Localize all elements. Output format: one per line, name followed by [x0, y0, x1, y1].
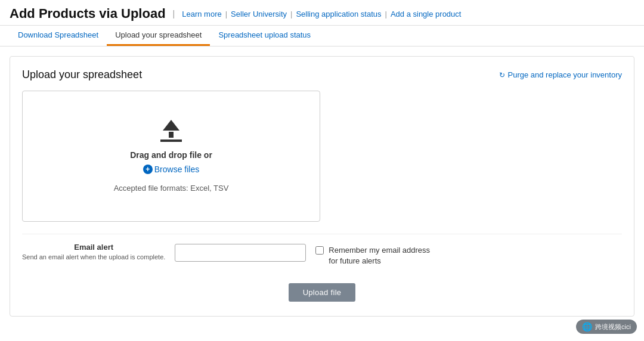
tab-download-spreadsheet[interactable]: Download Spreadsheet [10, 26, 107, 46]
page-title: Add Products via Upload [10, 6, 166, 21]
header-divider: | [173, 9, 175, 18]
browse-files-link[interactable]: + Browse files [143, 165, 199, 174]
browse-plus-icon: + [143, 165, 153, 174]
card-title: Upload your spreadsheet [22, 69, 142, 81]
purge-link[interactable]: ↻ Purge and replace your inventory [499, 70, 622, 79]
selling-application-status-link[interactable]: Selling application status [296, 10, 381, 18]
upload-btn-row: Upload file [22, 283, 622, 304]
email-input[interactable] [175, 244, 306, 262]
upload-file-button[interactable]: Upload file [289, 283, 356, 302]
add-single-product-link[interactable]: Add a single product [391, 10, 462, 18]
browse-files-label: Browse files [154, 165, 199, 174]
purge-label: Purge and replace your inventory [507, 70, 622, 79]
page-header: Add Products via Upload | Learn more | S… [0, 0, 644, 26]
refresh-icon: ↻ [499, 71, 505, 79]
watermark-label: 跨境视频cicі [595, 323, 631, 331]
seller-university-link[interactable]: Seller University [231, 10, 287, 18]
remember-group: Remember my email address for future ale… [315, 245, 436, 266]
main-content: Upload your spreadsheet ↻ Purge and repl… [0, 46, 644, 326]
upload-stem [169, 132, 174, 138]
watermark: 🌐 跨境视频cicі [576, 320, 637, 334]
header-links: Learn more | Seller University | Selling… [182, 10, 461, 18]
email-alert-label: Email alert [22, 243, 165, 252]
accepted-formats: Accepted file formats: Excel, TSV [114, 184, 229, 193]
remember-label: Remember my email address for future ale… [329, 245, 436, 266]
tabs-bar: Download Spreadsheet Upload your spreads… [0, 26, 644, 46]
drop-zone[interactable]: Drag and drop file or + Browse files Acc… [22, 91, 320, 222]
card-header: Upload your spreadsheet ↻ Purge and repl… [22, 69, 622, 81]
upload-base [160, 140, 182, 142]
email-section: Email alert Send an email alert when the… [22, 234, 622, 275]
upload-arrow [163, 120, 179, 131]
tab-upload-status[interactable]: Spreadsheet upload status [210, 26, 319, 46]
watermark-icon: 🌐 [582, 322, 592, 331]
email-label-group: Email alert Send an email alert when the… [22, 243, 165, 261]
learn-more-link[interactable]: Learn more [182, 10, 221, 18]
upload-icon [160, 120, 182, 142]
remember-checkbox[interactable] [315, 246, 324, 255]
tab-upload-spreadsheet[interactable]: Upload your spreadsheet [107, 26, 210, 46]
email-alert-sublabel: Send an email alert when the upload is c… [22, 253, 165, 261]
upload-card: Upload your spreadsheet ↻ Purge and repl… [10, 56, 634, 317]
drag-drop-text: Drag and drop file or [130, 150, 212, 160]
